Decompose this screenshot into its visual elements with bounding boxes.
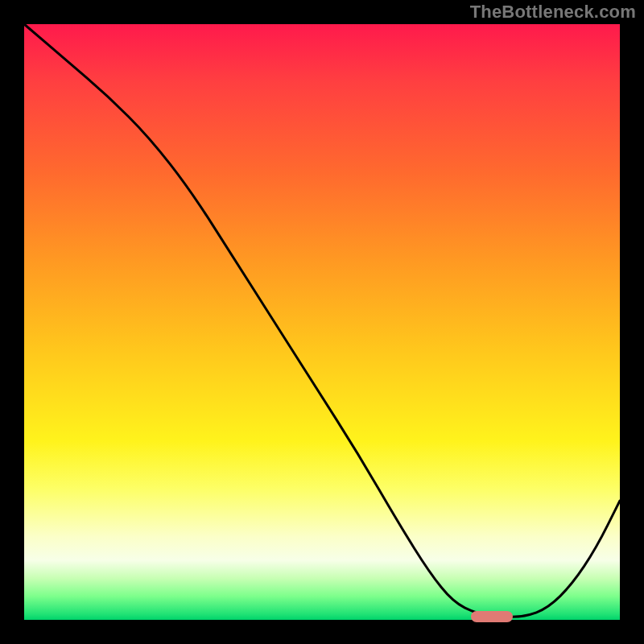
curve-layer bbox=[24, 24, 620, 620]
bottleneck-curve bbox=[24, 24, 620, 617]
plot-area bbox=[24, 24, 620, 620]
chart-frame: TheBottleneck.com bbox=[0, 0, 644, 644]
watermark-text: TheBottleneck.com bbox=[470, 2, 636, 23]
optimum-marker bbox=[471, 611, 513, 622]
